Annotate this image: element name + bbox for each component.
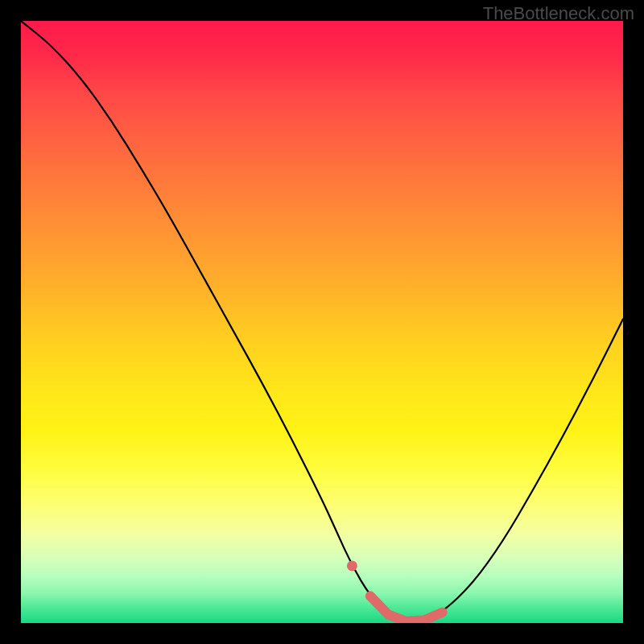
- valley-highlight: [370, 596, 443, 621]
- watermark-text: TheBottleneck.com: [483, 3, 634, 24]
- valley-dot: [347, 560, 357, 571]
- chart-container: TheBottleneck.com: [0, 0, 644, 644]
- plot-area: [21, 21, 623, 623]
- bottleneck-curve: [21, 21, 623, 621]
- curve-svg: [21, 21, 623, 623]
